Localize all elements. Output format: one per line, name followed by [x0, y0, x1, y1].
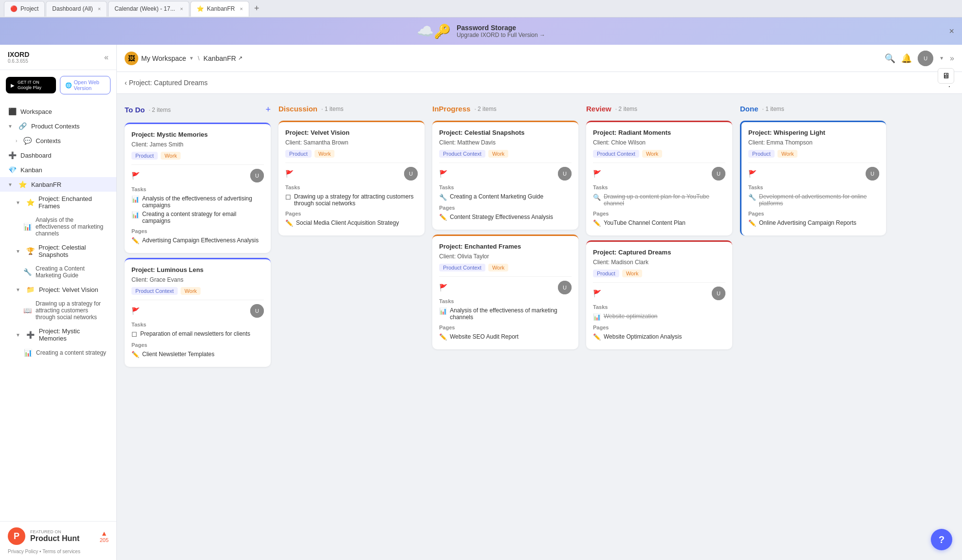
task-text-strike: Development of advertisements for online…	[759, 193, 879, 207]
search-button[interactable]: 🔍	[885, 53, 895, 64]
sidebar-footer: P FEATURED ON Product Hunt ▲ 205 Privacy…	[0, 521, 116, 560]
collapse-right-button[interactable]: »	[950, 54, 954, 63]
workspace-dropdown-icon: ▼	[189, 55, 194, 61]
sidebar-logo: IXORD 0.6.3.655	[8, 51, 29, 64]
sidebar-item-dashboard[interactable]: ➕ Dashboard	[0, 148, 116, 163]
kanban-breadcrumb[interactable]: KanbanFR ↗	[204, 54, 242, 62]
card-velvet-vision: Project: Velvet Vision Client: Samantha …	[278, 121, 425, 235]
card-radiant-tags: Product Context Work	[593, 150, 725, 158]
card-whispering-client: Client: Emma Thompson	[748, 139, 879, 146]
tab-kanban[interactable]: ⭐ KanbanFR ×	[190, 1, 249, 17]
sidebar-item-enchanted-frames[interactable]: ▼ ⭐ Project: Enchanted Frames	[0, 192, 116, 213]
card-divider	[593, 163, 725, 163]
sidebar-collapse-button[interactable]: «	[104, 53, 109, 62]
notification-button[interactable]: 🔔	[901, 53, 912, 64]
sidebar-item-mystic[interactable]: ▼ ➕ Project: Mystic Memories	[0, 324, 116, 345]
sidebar: IXORD 0.6.3.655 « ▶ GET IT ONGoogle Play…	[0, 45, 117, 560]
external-link-icon: ↗	[238, 55, 242, 61]
contexts-icon: 💬	[23, 137, 32, 145]
sidebar-item-kanbanfr[interactable]: ▼ ⭐ KanbanFR	[0, 177, 116, 192]
sidebar-item-kanban[interactable]: 💎 Kanban	[0, 163, 116, 177]
sidebar-item-marketing-channels[interactable]: 📊 Analysis of the effectiveness of marke…	[0, 213, 116, 240]
user-avatar[interactable]: U	[918, 51, 933, 66]
tab-kanban-close[interactable]: ×	[240, 6, 242, 12]
card-captured-client: Client: Madison Clark	[593, 259, 725, 266]
banner-close-button[interactable]: ×	[949, 26, 954, 36]
card-captured-tags: Product Work	[593, 270, 725, 277]
card-divider	[285, 163, 418, 163]
sidebar-item-product-contexts[interactable]: ▼ 🔗 Product Contexts	[0, 119, 116, 133]
enchanted-icon: ⭐	[26, 199, 35, 206]
col-done-count: · 1 items	[762, 106, 784, 112]
privacy-link[interactable]: Privacy Policy	[8, 549, 38, 554]
chevron-down-icon5: ▼	[16, 287, 20, 292]
terms-link[interactable]: Terms of services	[42, 549, 80, 554]
tab-calendar-label: Calendar (Week) - 17...	[114, 5, 175, 12]
kanbanfr-icon: ⭐	[18, 181, 27, 188]
page-item: ✏️ Client Newsletter Templates	[131, 351, 264, 358]
card-velvet-meta: 🚩 U	[285, 167, 418, 181]
tab-calendar-close[interactable]: ×	[180, 6, 183, 12]
user-chevron-icon: ▼	[939, 55, 944, 61]
back-button[interactable]: ‹ Project: Captured Dreams	[125, 79, 208, 87]
kanban-board: To Do · 2 items + Project: Mystic Memori…	[117, 94, 962, 560]
tab-kanban-label: KanbanFR	[207, 5, 235, 12]
tab-add-button[interactable]: +	[250, 3, 263, 14]
banner-subtitle[interactable]: Upgrade IXORD to Full Version →	[457, 32, 545, 38]
dashboard-label: Dashboard	[20, 152, 52, 159]
sidebar-item-attracting[interactable]: 📖 Drawing up a strategy for attracting c…	[0, 297, 116, 324]
tab-dashboard-label: Dashboard (All)	[52, 5, 92, 12]
flag-red-icon: 🚩	[593, 170, 601, 178]
tab-project[interactable]: 🔴 Project	[4, 1, 45, 17]
task-text: Analysis of the effectiveness of adverti…	[142, 195, 264, 209]
col-todo-add-button[interactable]: +	[265, 105, 271, 115]
page-text: Client Newsletter Templates	[142, 351, 215, 358]
page-item: ✏️ Social Media Client Acquisition Strat…	[285, 219, 418, 227]
product-hunt-badge[interactable]: P FEATURED ON Product Hunt ▲ 205	[8, 527, 109, 545]
sidebar-item-contexts[interactable]: › 💬 Contexts	[0, 133, 116, 148]
page-icon: ✏️	[748, 219, 756, 227]
tab-dashboard-close[interactable]: ×	[98, 6, 101, 12]
card-avatar: U	[866, 167, 879, 181]
task-icon: ☐	[131, 331, 137, 338]
content-strategy-icon: 📊	[23, 349, 32, 357]
tag-work: Work	[161, 152, 181, 160]
card-avatar: U	[712, 167, 725, 181]
monitor-icon[interactable]: 🖥	[938, 68, 954, 84]
card-avatar: U	[404, 167, 418, 181]
help-button[interactable]: ?	[931, 529, 952, 550]
marketing-icon: 📊	[23, 223, 32, 231]
enchanted-frames-label: Project: Enchanted Frames	[38, 195, 109, 210]
card-luminous-client: Client: Grace Evans	[131, 276, 264, 283]
page-icon: ✏️	[593, 219, 601, 227]
task-icon: 📊	[131, 211, 139, 218]
google-play-icon: ▶	[11, 83, 15, 88]
sidebar-item-content-marketing[interactable]: 🔧 Creating a Content Marketing Guide	[0, 262, 116, 282]
col-inprogress-count: · 2 items	[474, 106, 496, 112]
task-item: 🔍 Drawing up a content plan for a YouTub…	[593, 193, 725, 207]
sidebar-item-content-strategy[interactable]: 📊 Creating a content strategy	[0, 345, 116, 360]
card-whispering-light: Project: Whispering Light Client: Emma T…	[740, 121, 886, 235]
google-play-button[interactable]: ▶ GET IT ONGoogle Play	[6, 77, 56, 93]
card-captured-dreams: Project: Captured Dreams Client: Madison…	[586, 240, 732, 349]
tag-context: Product Context	[593, 150, 639, 158]
workspace-avatar: 🖼	[125, 52, 138, 65]
workspace-breadcrumb[interactable]: 🖼 My Workspace ▼	[125, 52, 194, 65]
task-icon: 📊	[439, 307, 447, 315]
pages-label: Pages	[593, 211, 725, 217]
tag-work: Work	[488, 264, 508, 271]
task-item: 📊 Website optimization	[593, 313, 725, 321]
attracting-label: Drawing up a strategy for attracting cus…	[36, 300, 109, 321]
page-icon: ✏️	[593, 333, 601, 341]
tab-calendar[interactable]: Calendar (Week) - 17... ×	[108, 1, 189, 17]
tag-context: Product Context	[131, 287, 178, 295]
upgrade-banner: ☁️🔑 Password Storage Upgrade IXORD to Fu…	[0, 18, 962, 45]
card-avatar: U	[712, 287, 725, 300]
sidebar-item-celestial[interactable]: ▼ 🏆 Project: Celestial Snapshots	[0, 240, 116, 262]
tab-dashboard[interactable]: Dashboard (All) ×	[46, 1, 107, 17]
sidebar-item-velvet[interactable]: ▼ 📁 Project: Velvet Vision	[0, 282, 116, 297]
sidebar-item-workspace[interactable]: ⬛ Workspace	[0, 104, 116, 119]
logo-version: 0.6.3.655	[8, 58, 29, 64]
open-web-button[interactable]: 🌐 Open Web Version	[60, 76, 111, 94]
page-text: Content Strategy Effectiveness Analysis	[450, 214, 553, 220]
